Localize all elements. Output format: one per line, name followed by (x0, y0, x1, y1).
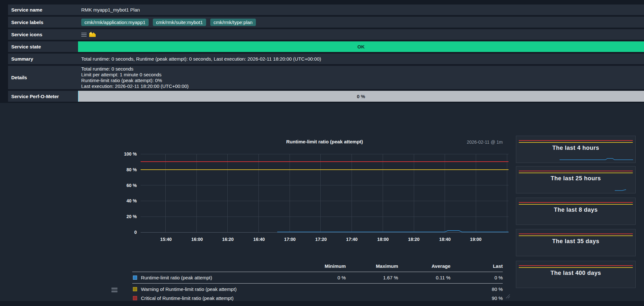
legend-swatch-critical (133, 296, 137, 300)
bottom-pane-edge (0, 301, 644, 306)
legend-label-metric: Runtime-limit ratio (peak attempt) (141, 275, 212, 280)
preview-sparkline (516, 157, 636, 161)
label-badge-application[interactable]: cmk/rmk/application:myapp1 (81, 19, 149, 26)
preview-title: The last 25 hours (516, 175, 635, 182)
row-details: Details Total runtime: 0 seconds Limit p… (8, 66, 644, 89)
legend-label-critical: Critical of Runtime-limit ratio (peak at… (141, 295, 233, 301)
details-label: Details (8, 75, 78, 80)
plot-area[interactable] (141, 154, 509, 234)
graph-legend: Minimum Maximum Average Last Runtime-lim… (132, 260, 503, 302)
label-badges: cmk/rmk/application:myapp1 cmk/rmk/suite… (81, 19, 256, 26)
row-service-state: Service state OK (8, 41, 644, 52)
legend-max-metric: 1.67 % (346, 275, 398, 280)
preview-warn-line (519, 173, 633, 173)
action-menu-icon[interactable] (81, 33, 87, 37)
perfometer-bar[interactable]: 0 % (78, 91, 644, 102)
service-labels-label: Service labels (8, 20, 78, 25)
x-tick-1800: 18:00 (370, 236, 396, 242)
preview-crit-line (519, 234, 633, 234)
x-tick-1720: 17:20 (308, 236, 334, 242)
legend-row-metric: Runtime-limit ratio (peak attempt) 0 % 1… (132, 272, 503, 284)
x-tick-1540: 15:40 (153, 236, 179, 242)
graph-range-label: 2026-02-11 @ 1m (467, 140, 503, 145)
x-tick-1820: 18:20 (401, 236, 427, 242)
preview-last-8-days[interactable]: The last 8 days (516, 198, 636, 225)
legend-avg-metric: 0.11 % (398, 275, 450, 280)
service-icons-label: Service icons (8, 32, 78, 37)
service-name-label: Service name (8, 7, 78, 13)
legend-header-avg: Average (398, 263, 450, 269)
details-line-1: Total runtime: 0 seconds (81, 66, 644, 72)
graph-menu-icon[interactable] (111, 288, 117, 292)
legend-header-min: Minimum (293, 263, 346, 269)
x-tick-1840: 18:40 (432, 236, 458, 242)
legend-row-warning: Warning of Runtime-limit ratio (peak att… (132, 285, 503, 293)
metric-graph: Runtime-limit ratio (peak attempt) 2026-… (81, 136, 510, 303)
perfometer-label: Service Perf-O-Meter (8, 94, 78, 99)
legend-header-last: Last (450, 263, 503, 269)
x-tick-1740: 17:40 (339, 236, 365, 242)
preview-title: The last 35 days (516, 238, 635, 245)
perfometer-value: 0 % (357, 94, 365, 99)
service-state-label: Service state (8, 44, 78, 49)
preview-title: The last 400 days (516, 270, 635, 276)
legend-last-critical: 90 % (450, 295, 503, 301)
y-tick-20: 20 % (100, 214, 137, 219)
legend-last-metric: 0 % (450, 275, 503, 280)
perfometer-fill-edge (78, 91, 79, 102)
row-service-labels: Service labels cmk/rmk/application:myapp… (8, 17, 644, 28)
x-tick-1640: 16:40 (246, 236, 272, 242)
label-badge-type[interactable]: cmk/rmk/type:plan (210, 19, 256, 26)
x-tick-1900: 19:00 (463, 236, 489, 242)
details-line-2: Limit per attempt: 1 minute 0 seconds (81, 72, 644, 78)
preview-sparkline (516, 188, 636, 191)
preview-crit-line (519, 140, 633, 141)
row-service-name: Service name RMK myapp1_mybot1 Plan (8, 4, 644, 15)
details-line-4: Last execution: 2026-02-11 18:20:00 (UTC… (81, 83, 644, 89)
preview-title: The last 4 hours (516, 145, 635, 151)
preview-last-400-days[interactable]: The last 400 days (516, 261, 636, 288)
summary-label: Summary (8, 56, 78, 62)
legend-header-row: Minimum Maximum Average Last (132, 260, 503, 272)
state-ok-bar: OK (78, 41, 644, 52)
preview-crit-line (519, 202, 633, 203)
preview-crit-line (519, 265, 633, 266)
legend-swatch-metric (133, 276, 137, 280)
legend-header-max: Maximum (346, 263, 398, 269)
graph-title: Runtime-limit ratio (peak attempt) (141, 139, 509, 144)
x-tick-1600: 16:00 (184, 236, 210, 242)
summary-value: Total runtime: 0 seconds, Runtime (peak … (78, 54, 644, 64)
y-tick-80: 80 % (100, 167, 137, 173)
y-tick-100: 100 % (100, 151, 137, 157)
preview-warn-line (519, 235, 633, 236)
legend-label-warning: Warning of Runtime-limit ratio (peak att… (141, 286, 237, 292)
row-service-icons: Service icons (8, 29, 644, 40)
y-tick-0: 0 (100, 229, 137, 235)
service-info-table: Service name RMK myapp1_mybot1 Plan Serv… (0, 0, 644, 103)
preview-warn-line (519, 204, 633, 205)
service-name-value: RMK myapp1_mybot1 Plan (78, 4, 644, 15)
row-summary: Summary Total runtime: 0 seconds, Runtim… (8, 54, 644, 64)
preview-warn-line (519, 142, 633, 143)
preview-crit-line (519, 171, 633, 171)
legend-min-metric: 0 % (293, 275, 346, 280)
service-graph-icon[interactable] (89, 32, 96, 37)
y-tick-40: 40 % (100, 198, 137, 204)
x-tick-1700: 17:00 (277, 236, 303, 242)
legend-last-warning: 80 % (450, 286, 503, 292)
row-perfometer: Service Perf-O-Meter 0 % (8, 91, 644, 102)
label-badge-suite[interactable]: cmk/rmk/suite:mybot1 (153, 19, 206, 26)
details-line-3: Runtime-limit ratio (peak attempt): 0% (81, 78, 644, 83)
preview-warn-line (519, 267, 633, 268)
time-range-previews: The last 4 hours The last 25 hours The l… (516, 136, 636, 290)
preview-last-4-hours[interactable]: The last 4 hours (516, 136, 636, 163)
x-tick-1620: 16:20 (215, 236, 241, 242)
preview-title: The last 8 days (516, 207, 635, 213)
y-tick-60: 60 % (100, 183, 137, 188)
preview-last-25-hours[interactable]: The last 25 hours (516, 166, 636, 193)
graph-resize-handle[interactable] (504, 292, 510, 300)
legend-swatch-warning (133, 287, 137, 291)
preview-last-35-days[interactable]: The last 35 days (516, 229, 636, 256)
